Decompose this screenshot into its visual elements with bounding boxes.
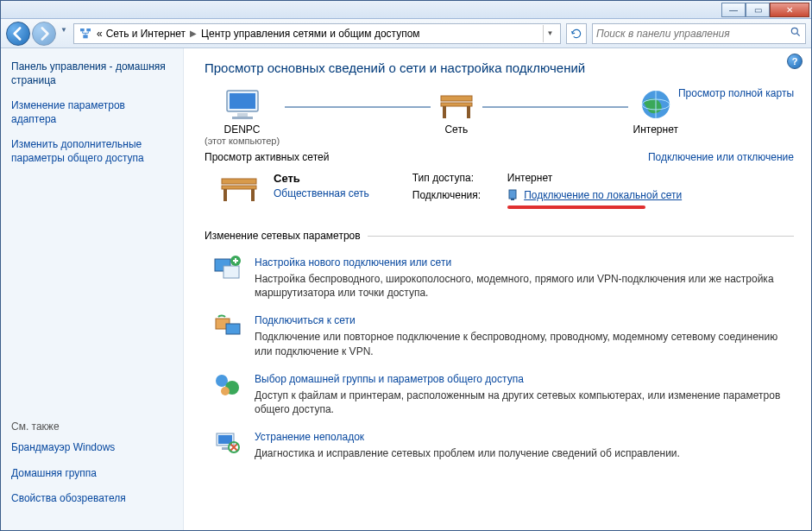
task-homegroup: Выбор домашней группы и параметров общег… [213,370,794,416]
back-button[interactable] [6,22,30,46]
svg-rect-8 [441,96,472,101]
window: — ▭ ✕ ▼ « Сеть и Интернет ▶ Центр управл… [0,0,812,531]
svg-rect-6 [237,113,248,117]
task-desc: Настройка беспроводного, широкополосного… [255,272,794,300]
control-panel-home-link[interactable]: Панель управления - домашняя страница [11,60,173,87]
help-button[interactable]: ? [787,54,803,69]
task-desc: Подключение или повторное подключение к … [255,330,794,357]
homegroup-icon [213,370,242,400]
task-new-connection: Настройка нового подключения или сети На… [213,254,794,300]
svg-point-3 [791,28,797,34]
close-button[interactable]: ✕ [770,3,809,17]
task-troubleshoot: Устранение неполадок Диагностика и испра… [213,428,794,460]
bench-icon [218,172,260,206]
node-pc-label: DENPC [224,123,261,136]
firewall-link[interactable]: Брандмауэр Windows [11,441,173,455]
svg-rect-16 [223,189,227,201]
breadcrumb-item[interactable]: Сеть и Интернет [103,28,186,40]
svg-rect-10 [443,106,446,118]
breadcrumb-prefix: « [97,28,103,40]
forward-button[interactable] [32,22,56,46]
svg-point-27 [221,387,230,395]
access-type-label: Тип доступа: [412,172,507,184]
task-connect: Подключиться к сети Подключение или повт… [213,312,794,357]
network-type-link[interactable]: Общественная сеть [274,187,369,199]
node-internet: Интернет [633,87,678,136]
task-desc: Доступ к файлам и принтерам, расположенн… [255,389,794,416]
navbar: ▼ « Сеть и Интернет ▶ Центр управления с… [1,19,811,48]
connect-icon [213,312,242,341]
see-also-label: См. также [11,420,173,433]
advanced-sharing-link[interactable]: Изменить дополнительные параметры общего… [11,138,173,165]
node-pc-sublabel: (этот компьютер) [205,136,280,146]
svg-rect-21 [223,266,239,278]
search-box[interactable] [592,23,806,44]
connector [285,106,431,108]
svg-rect-24 [226,324,240,334]
refresh-icon [570,28,582,40]
node-network: Сеть [436,87,477,136]
task-link[interactable]: Выбор домашней группы и параметров общег… [255,373,524,385]
search-icon [790,26,802,41]
active-networks-label: Просмотр активных сетей [205,151,329,163]
svg-rect-11 [467,106,470,118]
svg-rect-0 [80,28,85,31]
arrow-right-icon [33,22,55,45]
page-title: Просмотр основных сведений о сети и наст… [205,60,794,75]
breadcrumb[interactable]: « Сеть и Интернет ▶ Центр управления сет… [73,23,561,44]
network-icon [78,26,93,41]
internet-options-link[interactable]: Свойства обозревателя [11,492,173,506]
task-link[interactable]: Подключиться к сети [255,314,356,326]
highlight-underline [507,205,645,209]
maximize-button[interactable]: ▭ [746,3,770,17]
node-this-pc: DENPC (этот компьютер) [205,87,280,146]
globe-icon [635,87,677,123]
node-net-label: Сеть [444,123,468,136]
homegroup-link[interactable]: Домашняя группа [11,467,173,481]
arrow-left-icon [7,22,29,45]
node-inet-label: Интернет [633,123,678,136]
history-dropdown[interactable]: ▼ [58,22,70,39]
ethernet-icon [507,189,518,204]
network-params-legend: Изменение сетевых параметров [205,230,368,242]
sidebar: Панель управления - домашняя страница Из… [1,48,184,530]
svg-rect-14 [222,179,256,184]
network-params-section: Изменение сетевых параметров Настройка н… [205,230,794,472]
svg-rect-29 [218,435,232,444]
svg-rect-9 [441,103,472,106]
breadcrumb-sep: ▶ [186,28,201,38]
connector [482,106,628,108]
svg-rect-30 [222,447,229,450]
task-desc: Диагностика и исправление сетевых пробле… [255,446,680,460]
full-map-link[interactable]: Просмотр полной карты [678,87,794,99]
search-input[interactable] [596,28,790,40]
task-link[interactable]: Настройка нового подключения или сети [255,256,451,269]
active-network: Сеть Общественная сеть Тип доступа: Инте… [218,172,794,214]
main-panel: ? Просмотр основных сведений о сети и на… [184,48,811,530]
svg-rect-1 [86,28,91,31]
svg-rect-5 [230,93,255,109]
svg-rect-7 [232,117,253,119]
monitor-icon [222,87,263,123]
connect-disconnect-link[interactable]: Подключение или отключение [648,151,794,163]
svg-rect-2 [83,35,87,38]
task-link[interactable]: Устранение неполадок [255,431,364,443]
access-type-value: Интернет [507,172,552,184]
local-connection-link[interactable]: Подключение по локальной сети [524,189,682,201]
svg-rect-18 [509,190,516,199]
adapter-settings-link[interactable]: Изменение параметров адаптера [11,99,173,126]
network-name: Сеть [274,172,369,185]
new-connection-icon [213,254,242,283]
svg-rect-17 [251,189,255,201]
breadcrumb-item[interactable]: Центр управления сетями и общим доступом [201,28,420,40]
bench-icon [436,87,477,123]
minimize-button[interactable]: — [721,3,746,17]
svg-rect-15 [222,186,256,189]
titlebar: — ▭ ✕ [1,1,811,19]
network-map: DENPC (этот компьютер) Сеть Интернет [205,87,794,146]
refresh-button[interactable] [566,23,587,44]
breadcrumb-dropdown[interactable]: ▼ [543,25,557,42]
svg-rect-19 [511,199,514,200]
connections-label: Подключения: [412,189,507,209]
troubleshoot-icon [213,428,242,458]
